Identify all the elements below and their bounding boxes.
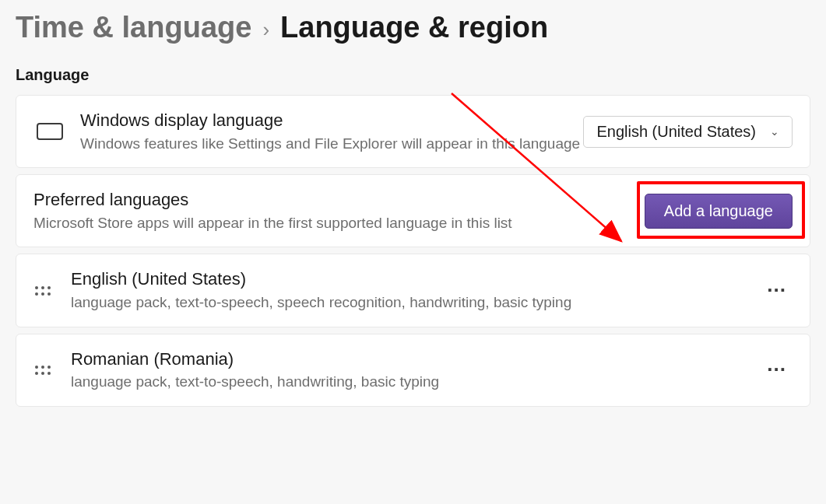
language-item-text: Romanian (Romania) language pack, text-t… (71, 348, 761, 392)
preferred-languages-title: Preferred languages (33, 189, 645, 212)
chevron-down-icon: ⌄ (770, 125, 779, 138)
display-language-sub: Windows features like Settings and File … (80, 134, 583, 154)
chevron-right-icon: › (262, 18, 269, 42)
preferred-languages-sub: Microsoft Store apps will appear in the … (33, 213, 645, 233)
breadcrumb-current: Language & region (280, 11, 548, 44)
section-title-language: Language (0, 66, 826, 95)
add-language-button[interactable]: Add a language (645, 194, 793, 229)
breadcrumb: Time & language › Language & region (0, 0, 826, 66)
language-name: English (United States) (71, 268, 761, 291)
display-language-selected: English (United States) (596, 123, 756, 141)
language-features: language pack, text-to-speech, speech re… (71, 292, 761, 313)
preferred-languages-card: Preferred languages Microsoft Store apps… (16, 174, 810, 247)
drag-handle-icon[interactable] (33, 286, 52, 296)
more-options-button[interactable]: ··· (761, 358, 793, 382)
display-language-text: Windows display language Windows feature… (80, 110, 583, 153)
display-language-dropdown[interactable]: English (United States) ⌄ (583, 116, 793, 148)
drag-handle-icon[interactable] (33, 366, 52, 375)
preferred-languages-text: Preferred languages Microsoft Store apps… (33, 189, 645, 233)
monitor-icon (33, 123, 66, 140)
display-language-card: Windows display language Windows feature… (16, 95, 810, 168)
language-item-romanian[interactable]: Romanian (Romania) language pack, text-t… (16, 334, 810, 407)
breadcrumb-parent[interactable]: Time & language (16, 11, 251, 44)
language-item-english[interactable]: English (United States) language pack, t… (16, 254, 810, 327)
language-features: language pack, text-to-speech, handwriti… (71, 372, 761, 392)
language-name: Romanian (Romania) (71, 348, 761, 371)
display-language-title: Windows display language (80, 110, 583, 132)
more-options-button[interactable]: ··· (761, 278, 793, 303)
language-item-text: English (United States) language pack, t… (71, 268, 761, 312)
